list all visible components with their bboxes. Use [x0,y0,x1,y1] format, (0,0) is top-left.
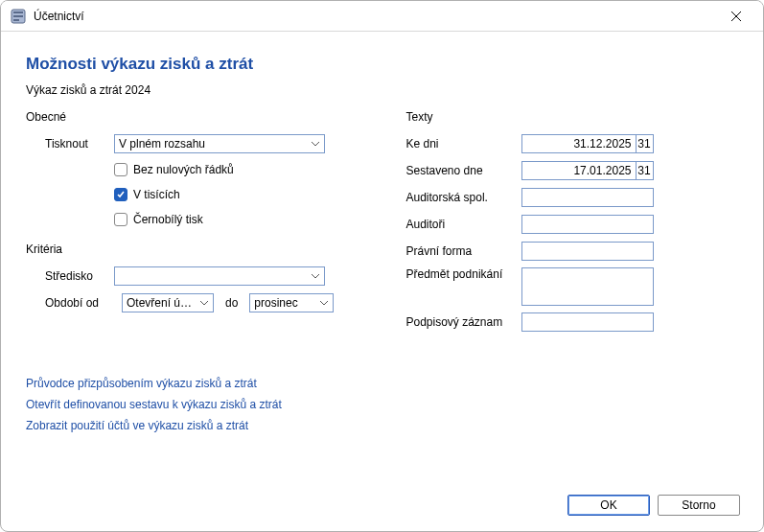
podpis-input[interactable] [521,312,654,332]
ok-button[interactable]: OK [567,495,650,516]
content: Možnosti výkazu zisků a ztrát Výkaz zisk… [1,32,763,432]
ke-dni-value: 31.12.2025 [522,135,636,152]
center-combo[interactable] [114,266,325,286]
svg-rect-1 [13,12,23,13]
checkbox-thousands[interactable]: V tisících [114,185,378,204]
chevron-down-icon [315,294,333,312]
period-to-value: prosinec [254,296,315,310]
group-criteria: Kritéria [26,243,378,256]
close-icon [731,12,741,21]
auditori-label: Auditoři [406,218,521,231]
checkbox-icon [114,213,127,226]
checkbox-bw[interactable]: Černobílý tisk [114,210,378,229]
checkbox-icon [114,163,127,176]
calendar-icon[interactable]: 31 [636,162,653,179]
period-from-value: Otevření účtu [127,296,196,310]
checkbox-thousands-label: V tisících [133,188,180,201]
group-general: Obecné [26,110,378,124]
sestaveno-label: Sestaveno dne [406,164,521,177]
podpis-label: Podpisový záznam [406,315,521,329]
checkbox-nozero[interactable]: Bez nulových řádků [114,160,378,179]
right-column: Texty Ke dni 31.12.2025 31 Sestaveno dne… [406,110,739,338]
titlebar: Účetnictví [1,1,763,32]
cancel-button[interactable]: Storno [658,495,740,516]
checkbox-bw-label: Černobílý tisk [133,213,203,226]
center-label: Středisko [45,269,114,283]
app-icon [11,9,26,24]
link-show-usage[interactable]: Zobrazit použití účtů ve výkazu zisků a … [26,419,738,432]
period-to-label: do [225,296,238,310]
audit-spol-input[interactable] [521,188,654,207]
predmet-input[interactable] [521,267,654,306]
print-combo[interactable]: V plném rozsahu [114,134,325,153]
chevron-down-icon [196,294,213,312]
ke-dni-field[interactable]: 31.12.2025 31 [521,134,654,153]
print-label: Tisknout [45,137,114,150]
chevron-down-icon [307,135,324,152]
close-button[interactable] [717,3,755,30]
ke-dni-label: Ke dni [406,137,521,150]
period-from-label: Období od [45,296,114,310]
auditori-input[interactable] [521,215,654,234]
app-window: Účetnictví Možnosti výkazu zisků a ztrát… [0,0,764,532]
pravni-forma-input[interactable] [521,242,654,261]
pravni-forma-label: Právní forma [406,244,521,258]
sestaveno-field[interactable]: 17.01.2025 31 [521,161,654,180]
page-subtitle: Výkaz zisků a ztrát 2024 [26,83,738,97]
checkbox-nozero-label: Bez nulových řádků [133,163,234,176]
checkbox-icon [114,188,127,201]
links-section: Průvodce přizpůsobením výkazu zisků a zt… [26,377,738,432]
predmet-label: Předmět podnikání [406,267,521,281]
window-title: Účetnictví [34,10,717,23]
period-from-combo[interactable]: Otevření účtu [122,293,214,312]
svg-rect-2 [13,15,23,17]
sestaveno-value: 17.01.2025 [522,162,636,179]
print-combo-value: V plném rozsahu [119,137,307,150]
calendar-icon[interactable]: 31 [636,135,653,152]
link-open-report[interactable]: Otevřít definovanou sestavu k výkazu zis… [26,398,738,411]
button-bar: OK Storno [567,495,740,516]
svg-rect-3 [13,19,19,21]
group-texts: Texty [406,110,739,124]
chevron-down-icon [307,267,324,285]
audit-spol-label: Auditorská spol. [406,191,521,204]
left-column: Obecné Tisknout V plném rozsahu Bez nulo… [26,110,378,338]
link-wizard[interactable]: Průvodce přizpůsobením výkazu zisků a zt… [26,377,738,390]
period-to-combo[interactable]: prosinec [249,293,334,312]
page-title: Možnosti výkazu zisků a ztrát [26,55,738,74]
